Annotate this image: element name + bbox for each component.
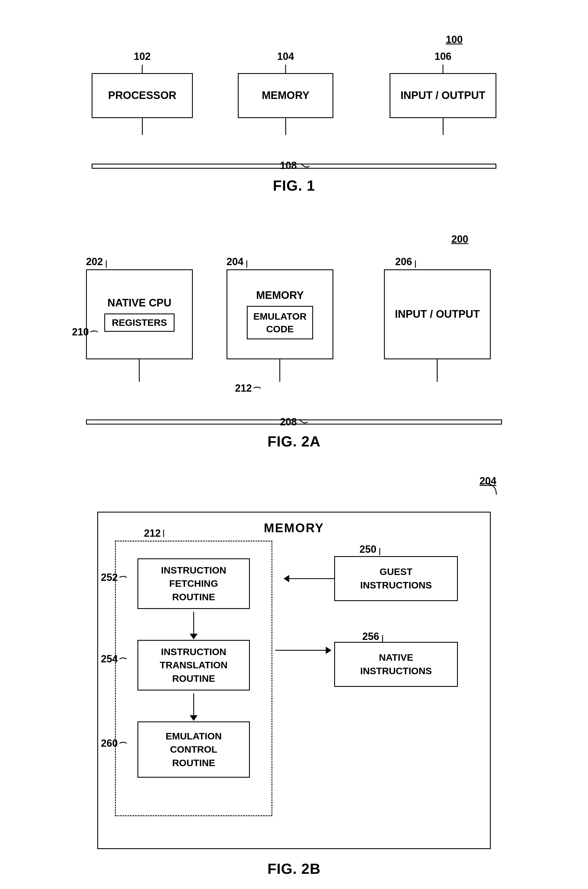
fig1-ref-number: 100 [446, 34, 463, 45]
fig2a-io-ref: 206 [395, 256, 491, 268]
arrowhead-fetch-to-translate [190, 634, 198, 639]
fig2b-label: FIG. 2B [267, 860, 320, 877]
fig1-memory-ref: 104 [277, 51, 294, 62]
fig2b-wrapper: 204 MEMORY 212 INSTRUCTIONFETCHINGROUTIN… [97, 489, 491, 849]
fig2b-ref-256: 256 [362, 631, 384, 643]
fig1-section: 100 102 PROCESSOR 104 MEMORY 106 INPUT /… [41, 17, 547, 194]
fig1-memory-block: 104 MEMORY [238, 51, 333, 135]
fig2b-dashed-box: 212 INSTRUCTIONFETCHINGROUTINE INSTRUCTI… [115, 541, 272, 816]
native-instructions-box: NATIVEINSTRUCTIONS [334, 642, 458, 687]
processor-tick [140, 65, 144, 73]
memory-tick [284, 65, 288, 73]
fig2a-native-cpu-box: NATIVE CPU REGISTERS [86, 269, 193, 359]
io2a-down-connector [437, 359, 438, 382]
io-tick [441, 65, 445, 73]
processor-box: PROCESSOR [92, 73, 193, 118]
fig2b-ref-254: 254 [101, 653, 128, 665]
arrowhead-translate-to-emulation [190, 715, 198, 721]
fig2a-bus-ref: 208 [280, 416, 309, 428]
cpu-down-connector [139, 359, 140, 382]
fig2a-emulator-ref: 212 [235, 382, 261, 394]
fig1-processor-block: 102 PROCESSOR [92, 51, 193, 135]
fig1-label: FIG. 1 [273, 177, 315, 194]
fig2b-ref-252: 252 [101, 572, 128, 583]
fig2a-io-wrapper: 206 INPUT / OUTPUT [384, 256, 491, 382]
fig2b-main-box: MEMORY 212 INSTRUCTIONFETCHINGROUTINE IN… [97, 512, 491, 849]
fig2a-memory-wrapper: 204 MEMORY EMULATORCODE [226, 256, 333, 382]
instruction-translation-box: INSTRUCTIONTRANSLATIONROUTINE [138, 640, 250, 691]
processor-connector [142, 118, 143, 135]
corner-bracket [482, 481, 499, 498]
emulation-control-box: EMULATIONCONTROLROUTINE [138, 721, 250, 778]
fig1-io-block: 106 INPUT / OUTPUT [390, 51, 496, 135]
fig2a-label: FIG. 2A [267, 433, 320, 450]
io-connector [442, 118, 444, 135]
fig2a-native-cpu-ref: 202 [86, 256, 193, 268]
fig2b-section: 204 MEMORY 212 INSTRUCTIONFETCHINGROUTIN… [41, 472, 547, 877]
instruction-fetching-box: INSTRUCTIONFETCHINGROUTINE [138, 559, 250, 609]
guest-instructions-box: GUESTINSTRUCTIONS [334, 556, 458, 601]
arrow-translate-to-emulation [194, 693, 194, 716]
fig1-io-ref: 106 [435, 51, 452, 62]
fig2a-memory-ref: 204 [226, 256, 333, 268]
svg-marker-11 [326, 647, 332, 654]
fig2b-memory-label: MEMORY [264, 521, 324, 535]
fig1-bus-ref: 108 [280, 160, 311, 171]
fig2a-emulator-code-box: EMULATORCODE [247, 306, 313, 339]
memory-down-connector [279, 359, 280, 382]
fig1-processor-ref: 102 [134, 51, 151, 62]
memory-box: MEMORY [238, 73, 333, 118]
fig2a-native-cpu-wrapper: 202 NATIVE CPU REGISTERS [86, 256, 193, 382]
fig2a-memory-box: MEMORY EMULATORCODE [226, 269, 333, 359]
fig2a-section: 200 202 NATIVE CPU REGISTERS 210 204 [41, 216, 547, 450]
fig2a-ref-number: 200 [452, 233, 468, 245]
fig2a-registers-ref: 210 [72, 326, 98, 338]
fig2b-ref-260: 260 [101, 737, 128, 749]
fig2a-diagram: 200 202 NATIVE CPU REGISTERS 210 204 [69, 233, 519, 425]
memory-connector [285, 118, 286, 135]
fig1-diagram: 100 102 PROCESSOR 104 MEMORY 106 INPUT /… [69, 34, 519, 169]
io-box: INPUT / OUTPUT [390, 73, 496, 118]
arrow-fetch-to-translate [194, 612, 194, 634]
fig2b-ref-250: 250 [360, 544, 381, 555]
svg-marker-9 [284, 575, 289, 582]
fig2b-dashed-ref: 212 [144, 527, 170, 539]
fig2a-io-box: INPUT / OUTPUT [384, 269, 491, 359]
fig2a-registers-box: REGISTERS [104, 314, 174, 332]
